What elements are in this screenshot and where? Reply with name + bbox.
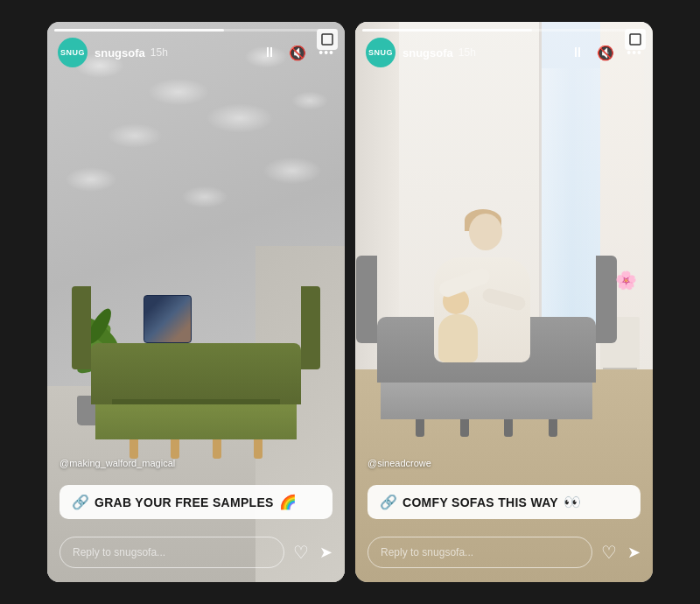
reply-icons-right: ♡ ➤ — [601, 542, 640, 563]
heart-icon-left[interactable]: ♡ — [293, 542, 309, 563]
pause-icon-left[interactable]: ⏸ — [262, 45, 276, 60]
cta-link-icon-right: 🔗 — [380, 494, 397, 510]
progress-fill-left — [54, 29, 224, 32]
cta-label-right: COMFY SOFAS THIS WAY — [402, 495, 558, 509]
reply-bar-right: Reply to snugsofa... ♡ ➤ — [368, 537, 640, 568]
progress-fill-right — [362, 29, 532, 32]
avatar-right[interactable]: SNUG — [366, 38, 396, 67]
mute-icon-left[interactable]: 🔇 — [289, 45, 306, 61]
attribution-right: @sineadcrowe — [368, 458, 431, 468]
more-icon-right[interactable]: ••• — [626, 46, 642, 60]
cta-emoji-right: 👀 — [564, 494, 581, 510]
story-header-right: SNUG snugsofa 15h ⏸ 🔇 ••• — [366, 38, 642, 67]
header-left-left: SNUG snugsofa 15h — [58, 38, 168, 67]
cta-label-left: GRAB YOUR FREE SAMPLES — [94, 495, 274, 509]
send-icon-right[interactable]: ➤ — [627, 543, 640, 562]
cta-button-right[interactable]: 🔗 COMFY SOFAS THIS WAY 👀 — [368, 485, 640, 519]
time-left: 15h — [150, 46, 168, 59]
cta-link-icon-left: 🔗 — [72, 494, 89, 510]
story-card-right: SNUG snugsofa 15h ⏸ 🔇 ••• — [355, 22, 653, 582]
reply-input-left[interactable]: Reply to snugsofa... — [60, 537, 284, 568]
send-icon-left[interactable]: ➤ — [319, 543, 332, 562]
stories-container: SNUG snugsofa 15h ⏸ 🔇 ••• — [30, 4, 670, 600]
username-time-right: snugsofa 15h — [402, 46, 476, 60]
reply-bar-left: Reply to snugsofa... ♡ ➤ — [60, 537, 332, 568]
reply-placeholder-left: Reply to snugsofa... — [73, 546, 165, 558]
story-card-left: SNUG snugsofa 15h ⏸ 🔇 ••• — [47, 22, 345, 582]
person-on-sofa — [425, 214, 548, 362]
progress-bar-right — [362, 29, 646, 32]
reply-input-right[interactable]: Reply to snugsofa... — [368, 537, 592, 568]
sofa-left — [91, 343, 301, 459]
story-header-left: SNUG snugsofa 15h ⏸ 🔇 ••• — [58, 38, 334, 67]
cta-button-left[interactable]: 🔗 GRAB YOUR FREE SAMPLES 🌈 — [60, 485, 332, 519]
reply-placeholder-right: Reply to snugsofa... — [381, 546, 473, 558]
pause-icon-right[interactable]: ⏸ — [570, 45, 584, 60]
header-right-left: ⏸ 🔇 ••• — [262, 45, 334, 61]
flowers-right: 🌸 — [615, 270, 637, 291]
heart-icon-right[interactable]: ♡ — [601, 542, 617, 563]
username-right[interactable]: snugsofa — [402, 46, 453, 60]
username-time-left: snugsofa 15h — [94, 46, 168, 60]
more-icon-left[interactable]: ••• — [318, 46, 334, 60]
username-left[interactable]: snugsofa — [94, 46, 145, 60]
reply-icons-left: ♡ ➤ — [293, 542, 332, 563]
progress-bar-left — [54, 29, 338, 32]
avatar-left[interactable]: SNUG — [58, 38, 88, 67]
mute-icon-right[interactable]: 🔇 — [597, 45, 614, 61]
header-right-right: ⏸ 🔇 ••• — [570, 45, 642, 61]
time-right: 15h — [458, 46, 476, 59]
header-left-right: SNUG snugsofa 15h — [366, 38, 476, 67]
cta-emoji-left: 🌈 — [279, 494, 297, 510]
attribution-left: @making_walford_magical — [60, 458, 175, 468]
